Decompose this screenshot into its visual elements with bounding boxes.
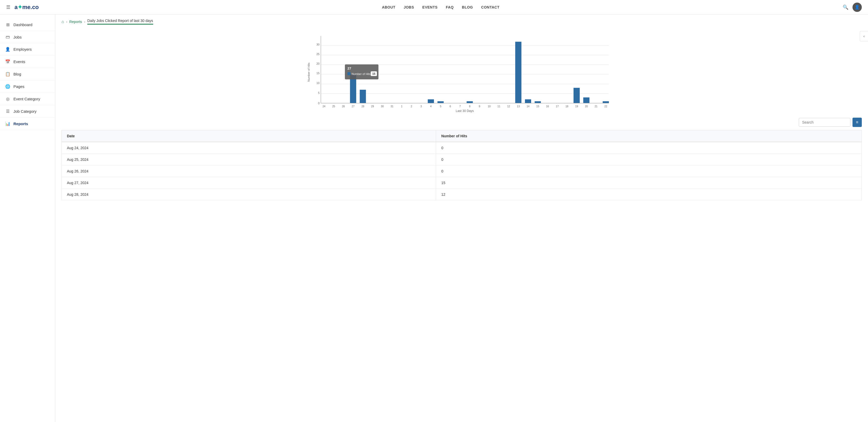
nav-events[interactable]: EVENTS — [423, 5, 438, 9]
bar-5[interactable] — [437, 101, 443, 103]
tooltip-series: Number of Hits — [351, 73, 371, 76]
x-label-17: 17 — [556, 105, 559, 108]
table-body: Aug 24, 20240Aug 25, 20240Aug 26, 20240A… — [62, 142, 862, 200]
blog-icon: 📋 — [5, 72, 10, 77]
x-label-19: 19 — [575, 105, 579, 108]
reports-icon: 📊 — [5, 121, 10, 126]
nav-about[interactable]: ABOUT — [382, 5, 395, 9]
x-label-11: 11 — [498, 105, 501, 108]
sidebar-label-blog: Blog — [13, 72, 21, 76]
sidebar-item-events[interactable]: 📅 Events — [0, 56, 55, 68]
bar-28[interactable] — [360, 90, 366, 103]
layout: ⊞ Dashboard 🗃 Jobs 👤 Employers 📅 Events … — [0, 15, 868, 422]
x-label-15: 15 — [536, 105, 539, 108]
nav-faq[interactable]: FAQ — [446, 5, 454, 9]
sidebar-item-dashboard[interactable]: ⊞ Dashboard — [0, 19, 55, 31]
main-content: ⌂ › Reports › Daily Jobs Clicked Report … — [55, 15, 868, 422]
bar-20[interactable] — [583, 97, 590, 103]
svg-rect-17 — [347, 72, 350, 75]
sidebar-item-jobs[interactable]: 🗃 Jobs — [0, 31, 55, 43]
hamburger-icon[interactable]: ☰ — [6, 4, 10, 10]
sidebar-label-dashboard: Dashboard — [13, 23, 32, 27]
bar-19[interactable] — [574, 88, 580, 103]
nav-contact[interactable]: CONTACT — [481, 5, 500, 9]
sidebar-label-reports: Reports — [13, 121, 28, 126]
bar-15[interactable] — [535, 101, 541, 103]
y-axis-label: Number of Hits — [307, 63, 310, 82]
table-row: Aug 27, 202415 — [62, 177, 862, 189]
x-label-21: 21 — [595, 105, 598, 108]
bar-13[interactable] — [515, 41, 521, 103]
breadcrumb: ⌂ › Reports › Daily Jobs Clicked Report … — [55, 15, 868, 25]
sidebar-item-event-category[interactable]: ◎ Event Category — [0, 93, 55, 105]
x-axis-title: Last 30 Days — [456, 109, 474, 113]
tooltip-date: 27 — [347, 66, 351, 70]
job-category-icon: ☰ — [5, 109, 10, 114]
sidebar-item-blog[interactable]: 📋 Blog — [0, 68, 55, 80]
breadcrumb-sep-2: › — [84, 20, 85, 24]
sidebar-label-events: Events — [13, 59, 25, 64]
bar-14[interactable] — [525, 99, 531, 103]
x-label-24: 24 — [322, 105, 326, 108]
x-label-29: 29 — [371, 105, 374, 108]
breadcrumb-reports[interactable]: Reports — [69, 20, 82, 24]
sidebar-label-job-category: Job Category — [13, 109, 36, 114]
x-label-7: 7 — [459, 105, 461, 108]
svg-text:10: 10 — [316, 81, 319, 85]
dashboard-icon: ⊞ — [5, 22, 10, 27]
cell-hits: 0 — [436, 154, 862, 166]
breadcrumb-home[interactable]: ⌂ — [61, 19, 64, 24]
search-input[interactable] — [799, 118, 850, 127]
cell-date: Aug 26, 2024 — [62, 166, 436, 177]
data-table: Date Number of Hits Aug 24, 20240Aug 25,… — [61, 130, 862, 200]
sidebar-item-employers[interactable]: 👤 Employers — [0, 43, 55, 56]
x-label-20: 20 — [585, 105, 588, 108]
svg-text:25: 25 — [316, 53, 319, 56]
svg-text:0: 0 — [318, 102, 319, 105]
sidebar: ⊞ Dashboard 🗃 Jobs 👤 Employers 📅 Events … — [0, 15, 55, 422]
sidebar-item-reports[interactable]: 📊 Reports — [0, 118, 55, 130]
x-label-22: 22 — [604, 105, 607, 108]
cell-hits: 15 — [436, 177, 862, 189]
svg-text:30: 30 — [316, 43, 319, 46]
table-header-row: Date Number of Hits — [62, 130, 862, 142]
sidebar-item-pages[interactable]: 🌐 Pages — [0, 80, 55, 93]
x-label-16: 16 — [546, 105, 549, 108]
chart-svg: Number of Hits 0 5 10 15 20 — [61, 31, 862, 114]
table-row: Aug 26, 20240 — [62, 166, 862, 177]
x-label-2: 2 — [411, 105, 412, 108]
top-nav-left: ☰ a✦me.co — [6, 4, 39, 10]
list-view-button[interactable]: ≡ — [852, 118, 862, 127]
col-hits: Number of Hits — [436, 130, 862, 142]
event-category-icon: ◎ — [5, 96, 10, 101]
x-label-30: 30 — [381, 105, 384, 108]
bar-4[interactable] — [428, 99, 434, 103]
x-label-1: 1 — [401, 105, 402, 108]
sidebar-item-job-category[interactable]: ☰ Job Category — [0, 105, 55, 118]
x-label-26: 26 — [342, 105, 345, 108]
x-label-18: 18 — [565, 105, 568, 108]
x-label-8: 8 — [469, 105, 471, 108]
bar-8[interactable] — [467, 101, 473, 103]
logo[interactable]: a✦me.co — [14, 4, 39, 10]
nav-blog[interactable]: BLOG — [462, 5, 473, 9]
svg-text:20: 20 — [316, 62, 319, 65]
x-label-12: 12 — [507, 105, 510, 108]
x-label-31: 31 — [391, 105, 394, 108]
x-label-25: 25 — [332, 105, 335, 108]
x-label-28: 28 — [362, 105, 365, 108]
avatar[interactable]: 👤 — [852, 3, 862, 12]
x-label-3: 3 — [420, 105, 422, 108]
jobs-icon: 🗃 — [5, 35, 10, 39]
nav-jobs[interactable]: JOBS — [404, 5, 414, 9]
x-label-9: 9 — [479, 105, 480, 108]
cell-hits: 0 — [436, 142, 862, 154]
collapse-button[interactable]: ‹ — [860, 31, 868, 41]
table-row: Aug 28, 202412 — [62, 189, 862, 200]
bar-22[interactable] — [603, 101, 609, 103]
tooltip-value: 15 — [372, 72, 375, 75]
table-row: Aug 24, 20240 — [62, 142, 862, 154]
search-icon[interactable]: 🔍 — [843, 4, 848, 10]
svg-text:5: 5 — [318, 91, 319, 94]
sidebar-label-pages: Pages — [13, 84, 25, 89]
